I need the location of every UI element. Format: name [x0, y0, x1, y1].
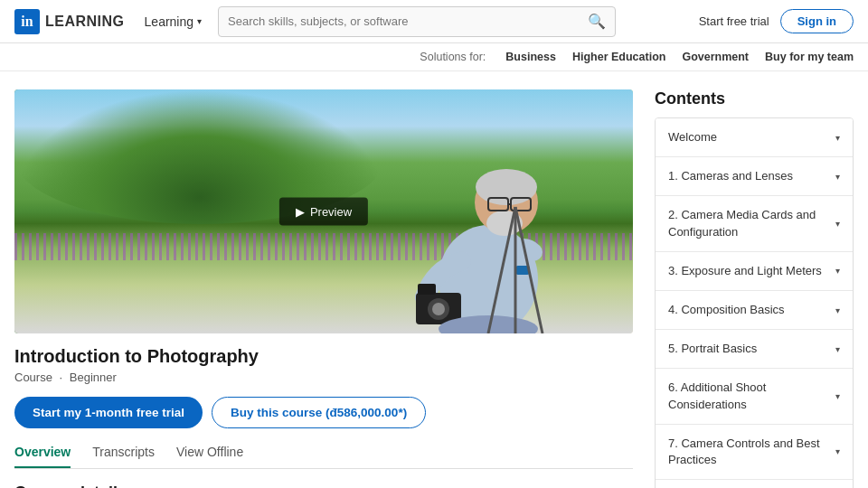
buy-course-button[interactable]: Buy this course (đ586,000.00*)	[212, 397, 426, 428]
search-icon: 🔍	[588, 13, 606, 30]
chevron-down-icon: ▾	[835, 172, 840, 182]
contents-item-camera-controls-label: 7. Camera Controls and Best Practices	[668, 436, 835, 468]
play-icon: ▶	[296, 205, 305, 219]
subnav-buy-for-team[interactable]: Buy for my team	[765, 51, 854, 63]
course-type: Course	[14, 371, 52, 384]
svg-line-13	[488, 207, 515, 333]
search-bar: 🔍	[218, 6, 616, 37]
contents-item-media-cards-label: 2. Camera Media Cards and Configuration	[668, 207, 835, 239]
contents-item-composition[interactable]: 4. Composition Basics ▾	[656, 291, 853, 330]
sign-in-button[interactable]: Sign in	[780, 9, 854, 33]
contents-item-cameras-lenses-label: 1. Cameras and Lenses	[668, 168, 835, 184]
chevron-down-icon: ▾	[835, 446, 840, 456]
logo-area: in LEARNING	[14, 9, 125, 34]
header: in LEARNING Learning ▾ 🔍 Start free tria…	[0, 0, 868, 43]
contents-item-composition-label: 4. Composition Basics	[668, 302, 835, 318]
contents-item-media-cards[interactable]: 2. Camera Media Cards and Configuration …	[656, 196, 853, 251]
main-content: ▶ Preview Introduction to Photography Co…	[0, 71, 868, 488]
subnav: Solutions for: Business Higher Education…	[0, 43, 868, 71]
preview-label: Preview	[310, 205, 352, 219]
course-thumbnail: ▶ Preview	[14, 89, 633, 333]
chevron-down-icon: ▾	[835, 219, 840, 229]
course-meta-separator: ·	[60, 371, 63, 384]
chevron-down-icon: ▾	[835, 266, 840, 276]
left-column: ▶ Preview Introduction to Photography Co…	[14, 89, 633, 488]
tab-overview[interactable]: Overview	[14, 445, 71, 468]
contents-item-exposure[interactable]: 3. Exposure and Light Meters ▾	[656, 252, 853, 291]
contents-item-shoot-considerations-label: 6. Additional Shoot Considerations	[668, 380, 835, 412]
subnav-business[interactable]: Business	[505, 51, 556, 63]
chevron-down-icon: ▾	[835, 133, 840, 143]
course-meta: Course · Beginner	[14, 371, 633, 384]
search-button[interactable]: 🔍	[588, 13, 606, 30]
chevron-down-icon: ▾	[835, 344, 840, 354]
tab-transcripts[interactable]: Transcripts	[92, 445, 155, 468]
course-level: Beginner	[70, 371, 117, 384]
contents-item-welcome-label: Welcome	[668, 129, 835, 145]
logo-text: LEARNING	[45, 14, 125, 30]
header-right: Start free trial Sign in	[699, 9, 854, 33]
tripod-figure	[479, 189, 552, 333]
preview-button[interactable]: ▶ Preview	[279, 198, 368, 226]
contents-item-portrait-label: 5. Portrait Basics	[668, 341, 835, 357]
course-tabs: Overview Transcripts View Offline	[14, 445, 633, 469]
right-column: Contents Welcome ▾ 1. Cameras and Lenses…	[655, 89, 854, 488]
action-buttons: Start my 1-month free trial Buy this cou…	[14, 397, 633, 428]
svg-point-9	[432, 303, 445, 315]
chevron-down-icon: ▾	[835, 305, 840, 315]
contents-item-shoot-considerations[interactable]: 6. Additional Shoot Considerations ▾	[656, 369, 853, 424]
contents-list: Welcome ▾ 1. Cameras and Lenses ▾ 2. Cam…	[655, 117, 854, 488]
start-free-trial-button[interactable]: Start my 1-month free trial	[14, 397, 203, 428]
tab-view-offline[interactable]: View Offline	[176, 445, 243, 468]
subnav-government[interactable]: Government	[682, 51, 749, 63]
subnav-higher-education[interactable]: Higher Education	[572, 51, 665, 63]
contents-item-post-workflow[interactable]: 8. Post Workflow and Output Basics ▾	[656, 480, 853, 488]
course-details-heading: Course details	[14, 483, 633, 488]
solutions-label: Solutions for:	[420, 51, 486, 63]
contents-item-cameras-lenses[interactable]: 1. Cameras and Lenses ▾	[656, 157, 853, 196]
start-free-trial-link[interactable]: Start free trial	[699, 14, 769, 28]
contents-heading: Contents	[655, 89, 854, 108]
search-input[interactable]	[228, 14, 588, 28]
svg-rect-10	[418, 284, 436, 295]
course-title: Introduction to Photography	[14, 346, 633, 367]
linkedin-logo-icon: in	[14, 9, 40, 34]
chevron-down-icon: ▾	[197, 16, 202, 26]
contents-item-portrait[interactable]: 5. Portrait Basics ▾	[656, 330, 853, 369]
svg-line-15	[515, 207, 542, 333]
contents-item-exposure-label: 3. Exposure and Light Meters	[668, 263, 835, 279]
chevron-down-icon: ▾	[835, 391, 840, 401]
contents-item-camera-controls[interactable]: 7. Camera Controls and Best Practices ▾	[656, 425, 853, 480]
contents-item-welcome[interactable]: Welcome ▾	[656, 118, 853, 157]
learning-dropdown-label: Learning	[145, 14, 194, 29]
learning-dropdown-button[interactable]: Learning ▾	[136, 11, 212, 33]
